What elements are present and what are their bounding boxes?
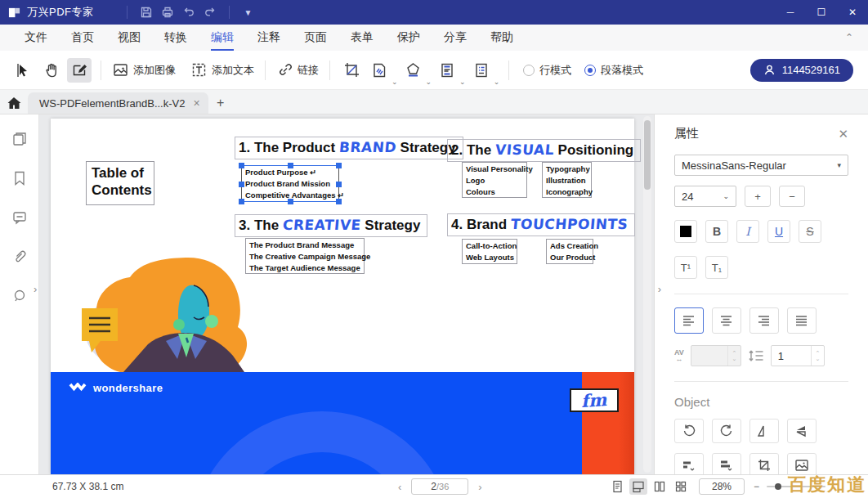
resize-handle-n[interactable]: [288, 163, 293, 168]
zoom-slider-handle[interactable]: [775, 483, 781, 490]
next-page-icon[interactable]: ›: [478, 481, 481, 493]
section1-title-box[interactable]: 1. The Product BRAND Strategy: [235, 137, 463, 159]
zoom-out-icon[interactable]: −: [754, 481, 759, 492]
ribbon-collapse-icon[interactable]: ⌃: [845, 32, 853, 43]
sidebar-expand-icon[interactable]: ›: [34, 283, 37, 295]
menu-edit[interactable]: 编辑: [211, 30, 234, 45]
spin-down-icon[interactable]: ⌄: [815, 356, 820, 361]
crop-icon[interactable]: [339, 58, 364, 83]
bookmarks-panel-icon[interactable]: [12, 170, 27, 190]
align-center-button[interactable]: [712, 307, 741, 334]
toc-title-box[interactable]: Table of Contents: [86, 161, 154, 205]
select-tool-icon[interactable]: [11, 58, 36, 83]
page-number-input[interactable]: 2 /36: [411, 478, 468, 495]
document-viewport[interactable]: Table of Contents 1. The Product BRAND S…: [39, 114, 654, 474]
spin-up-icon[interactable]: ⌃: [815, 350, 820, 356]
close-button[interactable]: ✕: [837, 0, 868, 25]
resize-handle-w[interactable]: [239, 182, 244, 187]
search-panel-icon[interactable]: [11, 288, 28, 307]
add-text-button[interactable]: 添加文本: [190, 61, 254, 79]
scrollbar-thumb[interactable]: [644, 120, 651, 190]
section2-list-box[interactable]: Typography Illustration Iconography: [542, 162, 592, 198]
zoom-level-input[interactable]: 28%: [699, 478, 745, 495]
section2-list-box[interactable]: Visual Personality Logo Colours: [462, 162, 527, 198]
font-size-increase-button[interactable]: +: [745, 186, 771, 207]
panel-collapse-icon[interactable]: ›: [658, 283, 661, 295]
section4-list-box[interactable]: Ads Creation Our Product: [546, 239, 593, 264]
italic-button[interactable]: I: [736, 220, 759, 243]
menu-protect[interactable]: 保护: [397, 30, 420, 45]
watermark-dropdown-caret[interactable]: ⌄: [391, 78, 398, 86]
menu-page[interactable]: 页面: [304, 30, 327, 45]
align-right-button[interactable]: [749, 307, 779, 334]
paragraph-mode-radio-circle[interactable]: [584, 65, 596, 76]
flip-horizontal-button[interactable]: [749, 419, 779, 443]
previous-page-icon[interactable]: ‹: [398, 481, 401, 493]
menu-form[interactable]: 表单: [351, 30, 374, 45]
bates-dropdown-caret[interactable]: ⌄: [494, 78, 500, 86]
menu-view[interactable]: 视图: [118, 30, 141, 45]
menu-home[interactable]: 首页: [71, 30, 94, 45]
font-size-decrease-button[interactable]: −: [779, 186, 805, 207]
flip-vertical-button[interactable]: [787, 419, 817, 443]
resize-handle-se[interactable]: [336, 199, 342, 204]
background-icon[interactable]: [401, 58, 426, 83]
header-footer-dropdown-caret[interactable]: ⌄: [459, 78, 466, 86]
menu-file[interactable]: 文件: [25, 30, 47, 45]
new-tab-icon[interactable]: +: [208, 92, 233, 114]
menu-share[interactable]: 分享: [444, 30, 467, 45]
menu-help[interactable]: 帮助: [490, 30, 513, 45]
resize-handle-s[interactable]: [288, 199, 293, 204]
single-page-view-icon[interactable]: [608, 478, 626, 495]
maximize-button[interactable]: ☐: [806, 0, 837, 25]
link-button[interactable]: 链接: [276, 61, 319, 79]
resize-handle-ne[interactable]: [336, 163, 342, 168]
section2-title-box[interactable]: 2. The VISUAL Positioning: [447, 139, 641, 162]
fit-width-view-icon[interactable]: [629, 478, 647, 495]
two-page-view-icon[interactable]: [651, 478, 669, 495]
line-mode-radio[interactable]: 行模式: [523, 63, 571, 78]
bates-numbering-icon[interactable]: [469, 58, 494, 83]
menu-convert[interactable]: 转换: [164, 30, 187, 45]
spinner-arrows[interactable]: ⌃ ⌄: [811, 346, 824, 366]
rotate-right-button[interactable]: [712, 419, 741, 443]
tab-close-icon[interactable]: ×: [193, 96, 199, 110]
align-justify-button[interactable]: [787, 307, 817, 334]
print-icon[interactable]: [157, 3, 178, 21]
background-dropdown-caret[interactable]: ⌄: [426, 78, 432, 86]
header-footer-icon[interactable]: [435, 58, 459, 83]
comments-panel-icon[interactable]: [11, 209, 28, 229]
align-left-button[interactable]: [674, 307, 704, 334]
line-mode-radio-circle[interactable]: [523, 65, 535, 76]
resize-handle-sw[interactable]: [239, 199, 244, 204]
edit-tool-icon[interactable]: [67, 58, 92, 83]
rotate-left-button[interactable]: [674, 419, 704, 443]
section4-title-box[interactable]: 4. Brand TOUCHPOINTS: [447, 213, 635, 236]
line-spacing-input[interactable]: 1 ⌃ ⌄: [771, 345, 825, 366]
resize-handle-nw[interactable]: [239, 163, 244, 168]
section4-list-box[interactable]: Call-to-Action Web Layouts: [462, 239, 517, 264]
thumbnails-panel-icon[interactable]: [11, 131, 28, 150]
add-image-button[interactable]: 添加图像: [112, 61, 176, 79]
attachments-panel-icon[interactable]: [11, 249, 28, 268]
selected-text-box[interactable]: Product Purpose ↵ Product Brand Mission …: [241, 165, 339, 202]
toolbar-customize-dropdown-icon[interactable]: ▼: [238, 3, 259, 21]
font-size-select[interactable]: 24 ⌄: [674, 186, 736, 207]
font-color-button[interactable]: [674, 220, 697, 243]
home-tab-icon[interactable]: [0, 92, 28, 114]
watermark-icon[interactable]: [367, 58, 391, 83]
subscript-button[interactable]: T₁: [705, 256, 728, 279]
strikethrough-button[interactable]: S: [799, 220, 821, 243]
grid-view-icon[interactable]: [672, 478, 690, 495]
underline-button[interactable]: U: [767, 220, 790, 243]
hand-tool-icon[interactable]: [39, 58, 64, 83]
undo-icon[interactable]: [178, 3, 199, 21]
document-tab[interactable]: WS-PDFelementBrandB...k-V2 ×: [28, 92, 208, 114]
user-account-button[interactable]: 1144529161: [750, 59, 853, 82]
minimize-button[interactable]: ─: [775, 0, 806, 25]
menu-comment[interactable]: 注释: [257, 30, 280, 45]
resize-handle-e[interactable]: [336, 182, 342, 187]
vertical-scrollbar[interactable]: [643, 116, 651, 473]
pdf-page[interactable]: Table of Contents 1. The Product BRAND S…: [51, 119, 634, 474]
save-icon[interactable]: [136, 3, 157, 21]
